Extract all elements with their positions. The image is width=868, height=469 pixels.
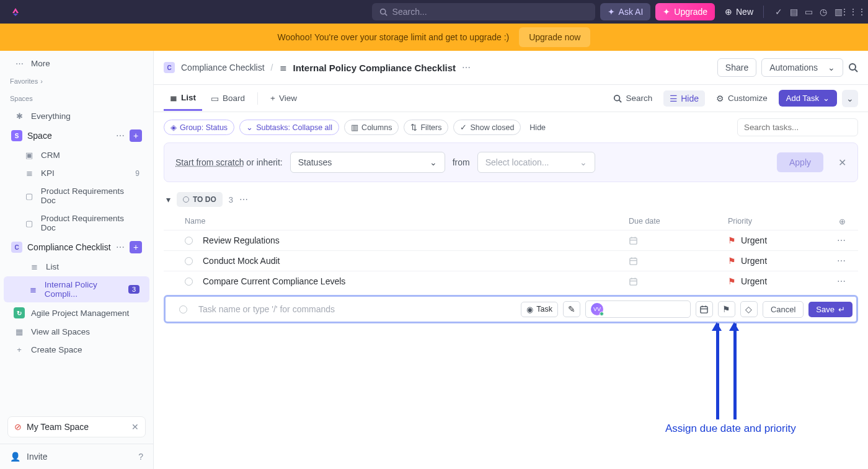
- page-title[interactable]: Internal Policy Compliance Checklist: [293, 63, 456, 73]
- sidebar-item-crm[interactable]: ▣ CRM: [4, 147, 149, 164]
- clipboard-icon[interactable]: ▤: [789, 7, 799, 17]
- due-date-cell[interactable]: [629, 256, 728, 266]
- cancel-button[interactable]: Cancel: [763, 301, 804, 318]
- clock-icon[interactable]: ◷: [818, 7, 828, 17]
- chip-columns[interactable]: ▥ Columns: [344, 120, 399, 135]
- chip-filters[interactable]: ⇅ Filters: [404, 120, 448, 135]
- sidebar-item-prd2[interactable]: ▢ Product Requirements Doc: [4, 210, 149, 236]
- sidebar-item-everything[interactable]: ✱ Everything: [4, 108, 149, 125]
- sidebar-item-kpi[interactable]: ≣ KPI 9: [4, 165, 149, 182]
- due-date-cell[interactable]: [629, 236, 728, 245]
- view-customize[interactable]: ⚙ Customize: [710, 87, 774, 110]
- sidebar-item-agile[interactable]: ↻ Agile Project Management: [4, 304, 149, 322]
- add-task-button[interactable]: Add Task ⌄: [779, 90, 837, 107]
- help-icon[interactable]: ?: [138, 452, 143, 462]
- sidebar-item-list[interactable]: ≣ List: [4, 258, 149, 275]
- priority-cell[interactable]: ⚑Urgent: [728, 235, 827, 245]
- banner-upgrade-button[interactable]: Upgrade now: [519, 27, 590, 47]
- col-name[interactable]: Name: [185, 217, 629, 226]
- sidebar: ⋯ More Favorites › Spaces ✱ Everything S…: [0, 51, 154, 469]
- close-icon[interactable]: ✕: [838, 157, 846, 169]
- task-type-chip[interactable]: ◉ Task: [521, 302, 558, 317]
- upgrade-button[interactable]: ✦ Upgrade: [655, 3, 715, 20]
- add-column-button[interactable]: ⊕: [827, 217, 846, 226]
- page-more-icon[interactable]: ⋯: [462, 63, 471, 72]
- sidebar-invite[interactable]: 👤 Invite ?: [0, 444, 153, 469]
- new-button[interactable]: ⊕ New: [725, 7, 753, 17]
- team-space-chip[interactable]: ⊘ My Team Space ✕: [7, 416, 146, 437]
- global-search[interactable]: Search...: [372, 3, 595, 20]
- new-task-input[interactable]: [196, 299, 516, 319]
- statuses-select[interactable]: Statuses ⌄: [290, 152, 445, 173]
- task-name[interactable]: Conduct Mock Audit: [203, 256, 629, 266]
- badge: 9: [135, 169, 140, 178]
- row-more-icon[interactable]: ⋯: [827, 276, 846, 286]
- check-circle-icon[interactable]: ✓: [774, 7, 784, 17]
- chip-subtasks[interactable]: ⌄ Subtasks: Collapse all: [239, 120, 339, 135]
- sidebar-item-prd1[interactable]: ▢ Product Requirements Doc: [4, 183, 149, 209]
- sidebar-item-more[interactable]: ⋯ More: [4, 55, 149, 72]
- space-more-icon[interactable]: ⋯: [116, 131, 125, 141]
- status-toggle[interactable]: [185, 237, 193, 245]
- task-row[interactable]: Conduct Mock Audit ⚑Urgent ⋯: [164, 250, 858, 271]
- sidebar-label: Create Space: [31, 345, 82, 354]
- more-button[interactable]: ⌄: [842, 90, 858, 107]
- task-name[interactable]: Review Regulations: [203, 235, 629, 245]
- chip-group[interactable]: ◈ Group: Status: [164, 120, 234, 135]
- view-hide[interactable]: ☰ Hide: [663, 90, 705, 107]
- chip-show-closed[interactable]: ✓ Show closed: [453, 120, 521, 135]
- arrow: [716, 323, 719, 419]
- space-letter-icon: S: [11, 130, 22, 141]
- compliance-add-button[interactable]: +: [130, 241, 142, 253]
- sidebar-label: KPI: [41, 169, 55, 178]
- status-pill[interactable]: TO DO: [177, 192, 223, 207]
- app-logo[interactable]: [10, 6, 21, 17]
- task-row[interactable]: Compare Current Compliance Levels ⚑Urgen…: [164, 271, 858, 291]
- apply-button[interactable]: Apply: [777, 152, 823, 172]
- sidebar-compliance[interactable]: C Compliance Checklist ⋯ +: [4, 237, 149, 257]
- video-icon[interactable]: ▭: [804, 7, 813, 17]
- compliance-more-icon[interactable]: ⋯: [116, 242, 125, 252]
- priority-cell[interactable]: ⚑Urgent: [728, 256, 827, 266]
- due-date-cell[interactable]: [629, 277, 728, 286]
- row-more-icon[interactable]: ⋯: [827, 235, 846, 245]
- breadcrumb-parent[interactable]: Compliance Checklist: [181, 63, 265, 72]
- close-icon[interactable]: ✕: [131, 422, 139, 432]
- search-icon[interactable]: [848, 63, 858, 72]
- row-more-icon[interactable]: ⋯: [827, 256, 846, 266]
- priority-button[interactable]: ⚑: [718, 301, 735, 317]
- status-toggle[interactable]: [179, 305, 187, 313]
- favorites-header[interactable]: Favorites ›: [0, 72, 153, 90]
- sidebar-item-internal-policy[interactable]: ≣ Internal Policy Compli... 3: [4, 276, 149, 302]
- automations-button[interactable]: Automations ⌄: [761, 58, 843, 77]
- status-toggle[interactable]: [185, 278, 193, 286]
- sidebar-space[interactable]: S Space ⋯ +: [4, 126, 149, 146]
- save-button[interactable]: Save ↵: [808, 302, 852, 317]
- location-select[interactable]: Select location... ⌄: [477, 152, 595, 173]
- col-priority[interactable]: Priority: [728, 217, 827, 226]
- due-date-button[interactable]: [696, 301, 713, 317]
- task-name[interactable]: Compare Current Compliance Levels: [203, 276, 629, 286]
- priority-cell[interactable]: ⚑Urgent: [728, 276, 827, 286]
- ai-wand-button[interactable]: ✎: [563, 301, 580, 317]
- search-tasks-input[interactable]: [737, 118, 858, 136]
- ask-ai-button[interactable]: ✦ Ask AI: [600, 3, 651, 20]
- group-more-icon[interactable]: ⋯: [239, 195, 249, 204]
- sidebar-item-view-all[interactable]: ▦ View all Spaces: [4, 323, 149, 340]
- view-search[interactable]: Search: [607, 87, 658, 109]
- space-add-button[interactable]: +: [130, 129, 142, 142]
- svg-line-5: [619, 100, 622, 102]
- task-row[interactable]: Review Regulations ⚑Urgent ⋯: [164, 230, 858, 250]
- share-button[interactable]: Share: [717, 58, 756, 77]
- collapse-group-icon[interactable]: ▾: [166, 195, 170, 204]
- grid-icon[interactable]: ⋮⋮⋮: [848, 7, 858, 17]
- status-toggle[interactable]: [185, 257, 193, 265]
- toolbar-hide[interactable]: Hide: [529, 123, 546, 132]
- tab-list[interactable]: ≣ List: [164, 87, 202, 111]
- sidebar-item-create-space[interactable]: + Create Space: [4, 341, 149, 358]
- col-due[interactable]: Due date: [629, 217, 728, 226]
- tab-board[interactable]: ▭ Board: [205, 87, 251, 110]
- tag-button[interactable]: ◇: [740, 301, 758, 317]
- assignee-chip[interactable]: VV: [585, 300, 691, 318]
- tab-add-view[interactable]: + View: [264, 87, 303, 109]
